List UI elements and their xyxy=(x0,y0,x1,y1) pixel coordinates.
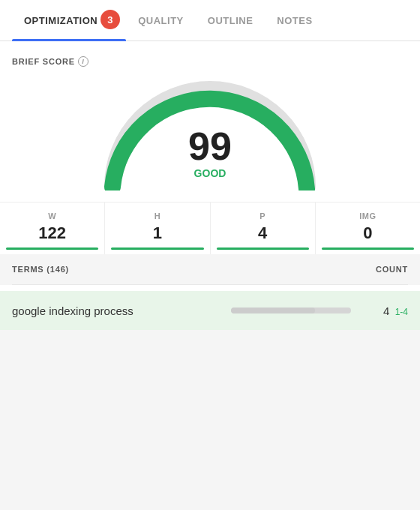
brief-score-section: BRIEF SCORE i xyxy=(12,56,408,67)
stat-w: W 122 xyxy=(0,202,105,254)
stat-img: IMG 0 xyxy=(316,202,420,254)
gauge-status: GOOD xyxy=(188,167,232,179)
term-row[interactable]: google indexing process 4 1-4 xyxy=(0,291,420,330)
term-count: 4 1-4 xyxy=(363,304,408,317)
tab-optimization[interactable]: OPTIMIZATION 3 xyxy=(12,0,126,40)
stat-w-value: 122 xyxy=(6,224,98,243)
stat-w-bar xyxy=(6,248,98,250)
tab-outline[interactable]: OUTLINE xyxy=(196,4,266,37)
term-count-value: 4 xyxy=(383,304,389,317)
terms-title: TERMS (146) xyxy=(12,265,69,274)
terms-header: TERMS (146) COUNT xyxy=(12,254,408,285)
empty-area xyxy=(0,330,420,480)
tab-notes[interactable]: NOTES xyxy=(265,4,324,37)
terms-section: TERMS (146) COUNT xyxy=(0,254,420,285)
term-bar-fill xyxy=(231,308,315,314)
tab-outline-label: OUTLINE xyxy=(208,15,254,26)
tab-notes-label: NOTES xyxy=(277,15,312,26)
optimization-badge: 3 xyxy=(100,10,120,29)
terms-count-header: COUNT xyxy=(376,265,408,274)
gauge-score: 99 xyxy=(188,127,232,166)
stat-p-bar xyxy=(217,248,309,250)
gauge-container: 99 GOOD xyxy=(12,74,408,194)
stat-h-value: 1 xyxy=(111,224,203,243)
stat-w-header: W xyxy=(6,212,98,220)
term-range: 1-4 xyxy=(392,307,408,317)
term-text: google indexing process xyxy=(12,304,231,317)
term-bar-container xyxy=(231,308,351,314)
stat-img-header: IMG xyxy=(322,212,414,220)
tab-quality-label: QUALITY xyxy=(138,15,184,26)
tab-optimization-label: OPTIMIZATION xyxy=(24,15,98,26)
brief-score-label: BRIEF SCORE xyxy=(12,57,75,66)
stat-h-header: H xyxy=(111,212,203,220)
stat-img-bar xyxy=(322,248,414,250)
stat-p-header: P xyxy=(217,212,309,220)
gauge-text: 99 GOOD xyxy=(188,127,232,179)
stat-p: P 4 xyxy=(211,202,316,254)
stat-p-value: 4 xyxy=(217,224,309,243)
info-icon[interactable]: i xyxy=(78,56,88,67)
stat-img-value: 0 xyxy=(322,224,414,243)
main-content: BRIEF SCORE i 99 GOOD W 122 H 1 P 4 xyxy=(0,41,420,480)
stat-h: H 1 xyxy=(105,202,210,254)
tab-quality[interactable]: QUALITY xyxy=(126,4,196,37)
stats-row: W 122 H 1 P 4 IMG 0 xyxy=(0,202,420,254)
nav-tabs: OPTIMIZATION 3 QUALITY OUTLINE NOTES xyxy=(0,0,420,41)
stat-h-bar xyxy=(111,248,203,250)
